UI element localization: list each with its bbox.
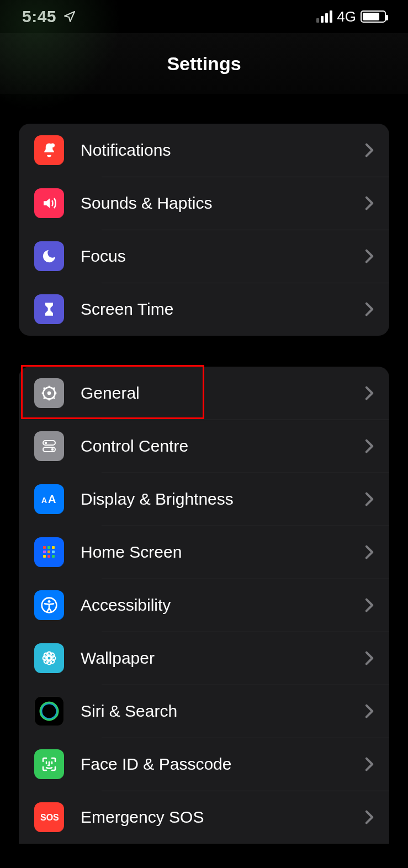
svg-rect-18 xyxy=(47,546,50,549)
row-label: Home Screen xyxy=(64,543,365,562)
chevron-right-icon xyxy=(365,757,374,771)
display-brightness-icon: AA xyxy=(34,484,64,514)
chevron-right-icon xyxy=(365,249,374,263)
status-left: 5:45 xyxy=(22,7,76,26)
siri-icon xyxy=(34,696,64,726)
svg-text:SOS: SOS xyxy=(40,813,59,822)
row-label: Focus xyxy=(64,247,365,266)
control-centre-icon xyxy=(34,431,64,461)
row-emergency-sos[interactable]: SOS Emergency SOS xyxy=(19,791,389,844)
chevron-right-icon xyxy=(365,386,374,400)
row-siri-search[interactable]: Siri & Search xyxy=(19,685,389,738)
chevron-right-icon xyxy=(365,704,374,718)
row-label: Control Centre xyxy=(64,437,365,456)
wallpaper-icon xyxy=(34,643,64,673)
chevron-right-icon xyxy=(365,302,374,316)
location-arrow-icon xyxy=(63,10,76,23)
svg-point-14 xyxy=(51,448,54,451)
chevron-right-icon xyxy=(365,196,374,210)
svg-line-10 xyxy=(53,388,55,389)
svg-text:A: A xyxy=(48,493,56,505)
svg-rect-22 xyxy=(52,551,55,553)
status-time: 5:45 xyxy=(22,7,56,26)
network-type: 4G xyxy=(337,8,356,25)
svg-point-37 xyxy=(41,703,57,719)
row-label: General xyxy=(64,384,365,403)
svg-line-8 xyxy=(53,397,55,399)
row-label: Emergency SOS xyxy=(64,808,365,827)
row-label: Sounds & Haptics xyxy=(64,194,365,213)
chevron-right-icon xyxy=(365,439,374,453)
svg-rect-20 xyxy=(43,551,46,553)
row-accessibility[interactable]: Accessibility xyxy=(19,579,389,632)
svg-rect-24 xyxy=(47,555,50,558)
row-notifications[interactable]: Notifications xyxy=(19,124,389,177)
row-label: Accessibility xyxy=(64,596,365,615)
row-label: Display & Brightness xyxy=(64,490,365,509)
svg-point-0 xyxy=(51,144,55,148)
chevron-right-icon xyxy=(365,545,374,559)
header: Settings xyxy=(0,33,408,94)
svg-point-2 xyxy=(47,391,51,395)
chevron-right-icon xyxy=(365,598,374,612)
battery-icon xyxy=(361,10,386,23)
accessibility-icon xyxy=(34,590,64,620)
home-screen-icon xyxy=(34,537,64,567)
sounds-icon xyxy=(34,188,64,218)
emergency-sos-icon: SOS xyxy=(34,802,64,832)
row-focus[interactable]: Focus xyxy=(19,230,389,283)
chevron-right-icon xyxy=(365,492,374,506)
row-screen-time[interactable]: Screen Time xyxy=(19,283,389,336)
svg-line-9 xyxy=(44,397,45,399)
notifications-icon xyxy=(34,135,64,165)
focus-icon xyxy=(34,241,64,271)
row-control-centre[interactable]: Control Centre xyxy=(19,420,389,473)
screen-time-icon xyxy=(34,294,64,324)
chevron-right-icon xyxy=(365,651,374,665)
settings-section-1: Notifications Sounds & Haptics Focus Scr… xyxy=(19,124,389,336)
svg-rect-25 xyxy=(52,555,55,558)
general-icon xyxy=(34,378,64,408)
content: Notifications Sounds & Haptics Focus Scr… xyxy=(0,124,408,844)
row-display-brightness[interactable]: AA Display & Brightness xyxy=(19,473,389,526)
status-bar: 5:45 4G xyxy=(0,0,408,33)
row-label: Wallpaper xyxy=(64,649,365,668)
row-home-screen[interactable]: Home Screen xyxy=(19,526,389,579)
svg-point-12 xyxy=(45,442,47,444)
face-id-icon xyxy=(34,749,64,779)
cellular-signal-icon xyxy=(316,10,332,23)
row-sounds-haptics[interactable]: Sounds & Haptics xyxy=(19,177,389,230)
page-title: Settings xyxy=(167,53,241,75)
row-label: Siri & Search xyxy=(64,702,365,721)
row-label: Face ID & Passcode xyxy=(64,755,365,774)
row-general[interactable]: General xyxy=(19,367,389,420)
row-wallpaper[interactable]: Wallpaper xyxy=(19,632,389,685)
row-label: Notifications xyxy=(64,141,365,160)
svg-text:A: A xyxy=(41,496,47,505)
status-right: 4G xyxy=(316,8,386,25)
chevron-right-icon xyxy=(365,810,374,824)
svg-rect-19 xyxy=(52,546,55,549)
row-face-id-passcode[interactable]: Face ID & Passcode xyxy=(19,738,389,791)
settings-section-2: General Control Centre AA Display & Brig… xyxy=(19,367,389,844)
svg-rect-17 xyxy=(43,546,46,549)
svg-line-7 xyxy=(44,388,45,389)
chevron-right-icon xyxy=(365,143,374,157)
svg-rect-23 xyxy=(43,555,46,558)
svg-rect-21 xyxy=(47,551,50,553)
row-label: Screen Time xyxy=(64,300,365,319)
svg-point-27 xyxy=(48,600,51,603)
